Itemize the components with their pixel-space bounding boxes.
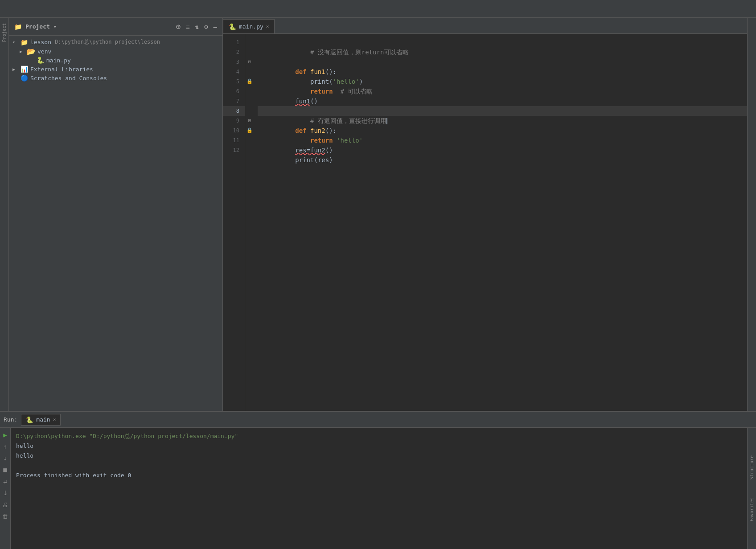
tree-item-external-libs[interactable]: ▶ 📊 External Libraries	[9, 65, 222, 74]
g-3[interactable]: ⊟	[245, 57, 254, 67]
run-main-area: ▶ ↑ ↓ ■ ⇄ ⤓ 🖨 🗑 D:\python\python.exe "D:…	[0, 428, 756, 549]
indent-5	[295, 88, 310, 95]
fn-print-1: print	[310, 78, 329, 85]
punc-12b: )	[329, 156, 333, 164]
lesson-folder-icon: 📁	[20, 39, 29, 46]
g-9[interactable]: ⊟	[245, 116, 254, 126]
ln-9: 9	[223, 116, 245, 126]
extlibs-label: External Libraries	[30, 66, 93, 73]
ln-6: 6	[223, 86, 245, 96]
run-print-button[interactable]: 🖨	[1, 500, 10, 509]
favorites-label[interactable]: Favorites	[749, 497, 754, 521]
tab-mainpy-label: main.py	[239, 23, 263, 30]
ln-8: 8	[223, 106, 245, 116]
code-line-8: # 有返回值，直接进行调用	[258, 106, 747, 116]
g-2	[245, 47, 254, 57]
run-label: Run:	[4, 416, 17, 423]
code-line-7	[258, 96, 747, 106]
output-empty	[16, 461, 742, 471]
var-res: res	[318, 156, 329, 164]
tree-item-scratches[interactable]: 🔵 Scratches and Consoles	[9, 74, 222, 82]
output-hello-2: hello	[16, 451, 742, 461]
str-hello-2: 'hello'	[337, 137, 363, 144]
g-7	[245, 96, 254, 106]
g-6	[245, 86, 254, 96]
fn-fun1: fun1	[310, 68, 325, 75]
g-10: 🔒	[245, 126, 254, 135]
comment-5: # 可以省略	[333, 88, 373, 95]
folder-icon: 📁	[14, 23, 22, 30]
tab-mainpy-close[interactable]: ✕	[266, 24, 269, 29]
output-process: Process finished with exit code 0	[16, 471, 742, 480]
run-delete-button[interactable]: 🗑	[1, 512, 10, 520]
code-editor[interactable]: # 没有返回值，则return可以省略 def fun1(): print('h…	[254, 34, 747, 411]
kw-return-1: return	[310, 88, 333, 95]
indent-4	[295, 78, 310, 85]
kw-def-1: def	[295, 68, 310, 75]
run-toolbar: ▶ ↑ ↓ ■ ⇄ ⤓ 🖨 🗑	[0, 428, 11, 549]
str-hello-1: 'hello'	[333, 78, 359, 85]
run-tab-bar: Run: 🐍 main ✕	[0, 412, 756, 428]
g-12	[245, 145, 254, 155]
ln-1: 1	[223, 37, 245, 47]
run-tab-main[interactable]: 🐍 main ✕	[21, 414, 61, 426]
comment-8: # 有返回值，直接进行调用	[295, 117, 386, 124]
project-header-icons: ⊕ ≡ ⇅ ⚙ —	[176, 22, 217, 31]
lesson-path: D:\python总\python project\lesson	[55, 38, 160, 46]
ln-2: 2	[223, 47, 245, 57]
ln-3: 3	[223, 57, 245, 67]
fn-fun2: fun2	[310, 127, 325, 134]
punc-2: (	[329, 78, 333, 85]
project-sidebar-label[interactable]: Project	[2, 23, 7, 42]
tab-mainpy[interactable]: 🐍 main.py ✕	[223, 19, 275, 33]
run-stop-button[interactable]: ■	[1, 465, 10, 474]
line-numbers: 1 2 3 4 5 6 7 8 9 10 11 12	[223, 34, 245, 411]
run-scroll-down-button[interactable]: ⤓	[1, 488, 10, 497]
project-panel-header: 📁 Project ▾ ⊕ ≡ ⇅ ⚙ —	[9, 18, 222, 36]
code-line-3: def fun1():	[258, 57, 747, 67]
kw-def-2: def	[295, 127, 310, 134]
run-play-button[interactable]: ▶	[1, 430, 10, 439]
project-dropdown-arrow[interactable]: ▾	[53, 24, 57, 30]
top-toolbar	[0, 0, 756, 18]
gutter: ⊟ 🔒 ⊟ 🔒	[245, 34, 254, 411]
ln-4: 4	[223, 67, 245, 77]
code-container[interactable]: 1 2 3 4 5 6 7 8 9 10 11 12 ⊟ 🔒	[223, 34, 747, 411]
g-8	[245, 106, 254, 116]
run-up-button[interactable]: ↑	[1, 442, 10, 451]
editor-area: 🐍 main.py ✕ 1 2 3 4 5 6 7 8 9 10 11 12	[223, 18, 747, 411]
run-tab-icon: 🐍	[26, 416, 33, 423]
add-icon[interactable]: ⊕	[176, 22, 181, 31]
settings-icon[interactable]: ⚙	[204, 23, 208, 30]
structure-label[interactable]: Structure	[749, 455, 754, 479]
punc-6: ()	[310, 98, 318, 105]
sort-icon[interactable]: ⇅	[195, 23, 199, 30]
fn-print-2: print	[295, 156, 314, 164]
layout-icon[interactable]: ≡	[186, 23, 189, 30]
lesson-label: lesson	[30, 39, 51, 45]
extlibs-arrow: ▶	[12, 67, 20, 72]
extlibs-icon: 📊	[20, 66, 29, 73]
run-down-button[interactable]: ↓	[1, 454, 10, 463]
run-panel: Run: 🐍 main ✕ ▶ ↑ ↓ ■ ⇄ ⤓ 🖨 🗑 D:\python\…	[0, 411, 756, 549]
tree-item-lesson[interactable]: ▾ 📁 lesson D:\python总\python project\les…	[9, 37, 222, 47]
run-tab-close[interactable]: ✕	[53, 417, 56, 422]
punc-12a: (	[314, 156, 317, 164]
tree-item-mainpy[interactable]: 🐍 main.py	[9, 56, 222, 65]
venv-folder-icon: 📂	[27, 48, 36, 55]
scratches-label: Scratches and Consoles	[30, 75, 107, 82]
lesson-arrow: ▾	[12, 40, 20, 45]
minimize-icon[interactable]: —	[214, 23, 217, 30]
project-panel: 📁 Project ▾ ⊕ ≡ ⇅ ⚙ — ▾ 📁 lesson D:\pyth…	[9, 18, 223, 411]
ln-10: 10	[223, 126, 245, 135]
run-rerun-button[interactable]: ⇄	[1, 477, 10, 486]
ln-7: 7	[223, 96, 245, 106]
g-5: 🔒	[245, 77, 254, 86]
g-4	[245, 67, 254, 77]
ln-5: 5	[223, 77, 245, 86]
venv-label: venv	[37, 48, 51, 55]
g-1	[245, 37, 254, 47]
run-right-sidebar: Structure Favorites	[747, 428, 756, 549]
tree-item-venv[interactable]: ▶ 📂 venv	[9, 47, 222, 56]
mainpy-icon: 🐍	[36, 57, 45, 64]
